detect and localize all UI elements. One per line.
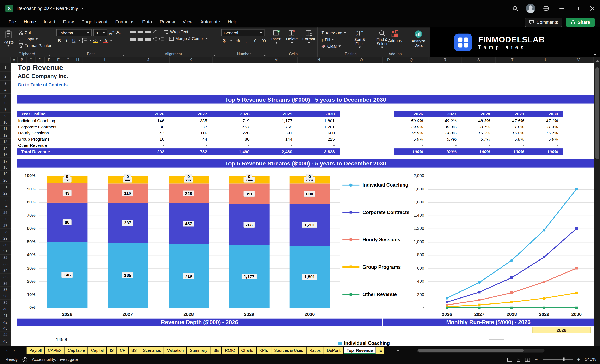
share-cell[interactable]: 47.1% xyxy=(529,118,563,123)
sort-filter-button[interactable]: AZ Sort & Filter xyxy=(350,29,370,49)
new-sheet-button[interactable]: + xyxy=(394,347,402,353)
share-cell[interactable]: 14.8% xyxy=(394,131,428,135)
percent-format-button[interactable]: % xyxy=(235,38,241,43)
year-header-cell[interactable]: 2029 xyxy=(255,111,298,116)
legend-item-hourly-sessions[interactable]: Hourly Sessions xyxy=(342,237,400,242)
value-cell[interactable]: 600 xyxy=(298,131,340,135)
tab-list-menu-icon[interactable]: … xyxy=(19,348,26,353)
share-cell[interactable]: - xyxy=(428,143,462,147)
zoom-slider[interactable] xyxy=(542,359,572,360)
zoom-level[interactable]: 140% xyxy=(585,357,596,362)
menu-item-review[interactable]: Review xyxy=(156,17,179,27)
row-header-21[interactable]: 21 xyxy=(0,184,11,190)
row-header-5[interactable]: 5 xyxy=(0,94,11,100)
row-header-36[interactable]: 36 xyxy=(0,280,11,287)
total-share-cell[interactable]: 100% xyxy=(394,149,428,154)
underline-caret-icon[interactable] xyxy=(78,40,81,41)
font-color-button[interactable]: A xyxy=(103,38,108,43)
cut-button[interactable]: Cut xyxy=(17,30,53,35)
row-header-32[interactable]: 32 xyxy=(0,255,11,261)
format-cells-button[interactable]: Format xyxy=(301,29,316,45)
row-header-35[interactable]: 35 xyxy=(0,274,11,280)
sheet-tab-captable[interactable]: CapTable xyxy=(65,347,88,354)
menu-item-formulas[interactable]: Formulas xyxy=(112,17,139,27)
sheet-tab-sources-uses[interactable]: Sources & Uses xyxy=(272,347,306,354)
row-header-29[interactable]: 29 xyxy=(0,235,11,242)
row-header-31[interactable]: 31 xyxy=(0,248,11,255)
sheet-tab-payroll[interactable]: Payroll xyxy=(27,347,45,354)
delete-cells-button[interactable]: Delete xyxy=(285,29,299,45)
row-header-25[interactable]: 25 xyxy=(0,209,11,216)
row-header-44[interactable]: 44 xyxy=(0,332,11,338)
horizontal-scroll-thumb[interactable] xyxy=(418,349,524,352)
stream-name-cell[interactable]: Individual Coaching xyxy=(17,118,127,123)
row-header-19[interactable]: 19 xyxy=(0,171,11,177)
align-bottom-button[interactable] xyxy=(145,29,151,34)
share-button[interactable]: Share xyxy=(566,17,595,27)
value-cell[interactable]: 719 xyxy=(213,118,255,123)
column-header-U[interactable]: U xyxy=(529,57,563,63)
revenue-line-chart[interactable]: 2,0001,8001,6001,4001,2001,0008006004002… xyxy=(396,174,594,320)
search-button[interactable] xyxy=(507,0,523,17)
format-painter-button[interactable]: Format Painter xyxy=(17,43,53,48)
row-header-33[interactable]: 33 xyxy=(0,261,11,267)
clipboard-dialog-launcher-icon[interactable] xyxy=(47,54,50,57)
share-year-header-cell[interactable]: 2026 xyxy=(394,111,428,116)
sheet-tab-dupont[interactable]: DuPont xyxy=(324,347,343,354)
sheet-tab-valuation[interactable]: Valuation xyxy=(164,347,186,354)
row-header-28[interactable]: 28 xyxy=(0,229,11,235)
underline-button[interactable]: U xyxy=(71,38,77,43)
borders-caret-icon[interactable] xyxy=(89,40,91,41)
page-layout-view-icon[interactable] xyxy=(516,357,521,362)
value-cell[interactable]: 1,201 xyxy=(298,125,340,129)
row-header-14[interactable]: 14 xyxy=(0,145,11,151)
share-cell[interactable]: 50.0% xyxy=(394,118,428,123)
row-header-41[interactable]: 41 xyxy=(0,313,11,319)
total-value-cell[interactable]: 2,480 xyxy=(255,149,298,154)
value-cell[interactable]: 44 xyxy=(170,137,213,142)
close-button[interactable] xyxy=(584,0,600,17)
column-header-A[interactable]: A xyxy=(11,57,18,63)
fill-color-caret-icon[interactable] xyxy=(99,40,102,41)
row-header-40[interactable]: 40 xyxy=(0,306,11,313)
menu-item-view[interactable]: View xyxy=(179,17,197,27)
menu-item-data[interactable]: Data xyxy=(138,17,156,27)
vertical-scrollbar[interactable] xyxy=(594,57,600,346)
sheet-tab-be[interactable]: BE xyxy=(211,347,221,354)
row-header-9[interactable]: 9 xyxy=(0,113,11,119)
row-header-7[interactable]: 7 xyxy=(0,106,11,113)
row-header-4[interactable]: 4 xyxy=(0,87,11,94)
total-value-cell[interactable]: 1,490 xyxy=(213,149,255,154)
share-year-header-cell[interactable]: 2028 xyxy=(462,111,495,116)
value-cell[interactable]: 146 xyxy=(127,118,169,123)
value-cell[interactable]: - xyxy=(213,143,255,147)
scroll-up-icon[interactable] xyxy=(596,60,599,62)
share-cell[interactable]: - xyxy=(496,143,529,147)
share-cell[interactable]: 49.2% xyxy=(428,118,462,123)
sheet-tab-bs[interactable]: BS xyxy=(129,347,139,354)
align-center-button[interactable] xyxy=(138,36,143,41)
column-header-L[interactable]: L xyxy=(213,57,255,63)
stream-name-cell[interactable]: Other Revenue xyxy=(17,143,127,147)
row-header-17[interactable]: 17 xyxy=(0,158,11,164)
value-cell[interactable]: 144 xyxy=(255,137,298,142)
tab-scroll-right-icon[interactable]: › xyxy=(11,347,17,353)
row-header-38[interactable]: 38 xyxy=(0,293,11,300)
menu-item-page-layout[interactable]: Page Layout xyxy=(78,17,112,27)
paste-button[interactable]: Paste xyxy=(2,29,15,47)
font-color-caret-icon[interactable] xyxy=(110,40,112,41)
total-value-cell[interactable]: 292 xyxy=(127,149,169,154)
page-break-view-icon[interactable] xyxy=(525,357,530,362)
more-sheets-icon[interactable]: … xyxy=(385,347,393,353)
year-header-cell[interactable]: 2027 xyxy=(170,111,213,116)
total-share-cell[interactable]: 100% xyxy=(462,149,495,154)
row-header-26[interactable]: 26 xyxy=(0,216,11,222)
analyze-data-button[interactable]: Analyze Data xyxy=(408,29,428,48)
share-cell[interactable]: 5.9% xyxy=(529,137,563,142)
decrease-font-button[interactable]: A˅ xyxy=(116,29,122,36)
increase-font-button[interactable]: A˄ xyxy=(109,29,114,36)
merge-center-button[interactable]: Merge & Center xyxy=(168,36,209,41)
row-header-23[interactable]: 23 xyxy=(0,197,11,203)
stacked-bar-chart[interactable]: 100%90%80%70%60%50%40%30%20%10%0%1468643… xyxy=(22,174,342,320)
sheet-tab-to[interactable]: To xyxy=(376,347,384,354)
